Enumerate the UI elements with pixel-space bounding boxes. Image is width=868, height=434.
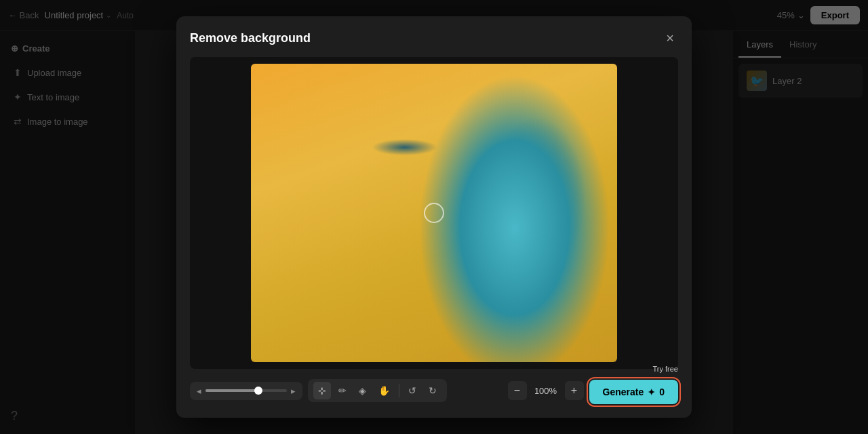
generate-count: 0 xyxy=(659,387,665,397)
remove-background-modal: Remove background × ◂ ▸ ⊹ xyxy=(176,16,692,418)
zoom-out-button[interactable]: − xyxy=(508,381,527,400)
undo-button[interactable]: ↺ xyxy=(403,382,421,399)
brush-size-large-icon: ▸ xyxy=(291,386,296,396)
cursor-circle xyxy=(424,203,444,223)
brush-size-small-icon: ◂ xyxy=(197,386,201,396)
modal-header: Remove background × xyxy=(190,30,678,46)
zoom-in-button[interactable]: + xyxy=(565,381,584,400)
toolbar-left: ◂ ▸ ⊹ ✏ ◈ ✋ ↺ ↻ xyxy=(190,379,447,402)
modal-overlay: Remove background × ◂ ▸ ⊹ xyxy=(0,0,868,434)
slider-track[interactable] xyxy=(205,389,287,392)
zoom-value: 100% xyxy=(532,386,559,396)
redo-button[interactable]: ↻ xyxy=(424,382,441,399)
brush-tool-button[interactable]: ✏ xyxy=(334,382,351,399)
generate-icon: ✦ xyxy=(648,387,655,397)
generate-area: Try free Generate ✦ 0 xyxy=(589,380,679,404)
bird-image xyxy=(251,64,617,362)
select-tool-button[interactable]: ⊹ xyxy=(313,382,331,399)
generate-label: Generate xyxy=(603,387,644,397)
modal-close-button[interactable]: × xyxy=(662,30,678,46)
generate-button[interactable]: Generate ✦ 0 xyxy=(589,380,679,404)
zoom-controls: − 100% + xyxy=(508,381,584,400)
image-container xyxy=(190,57,678,369)
tool-buttons: ⊹ ✏ ◈ ✋ ↺ ↻ xyxy=(308,379,447,402)
tool-divider xyxy=(399,384,399,397)
slider-fill xyxy=(205,389,258,392)
brush-size-slider[interactable]: ◂ ▸ xyxy=(190,382,302,400)
toolbar-right: − 100% + Try free Generate ✦ 0 xyxy=(508,377,679,404)
eraser-tool-button[interactable]: ◈ xyxy=(354,382,371,399)
modal-title: Remove background xyxy=(190,31,311,45)
hand-tool-button[interactable]: ✋ xyxy=(374,382,395,399)
try-free-badge: Try free xyxy=(653,365,679,373)
slider-thumb xyxy=(254,387,262,395)
modal-toolbar: ◂ ▸ ⊹ ✏ ◈ ✋ ↺ ↻ xyxy=(190,377,678,404)
